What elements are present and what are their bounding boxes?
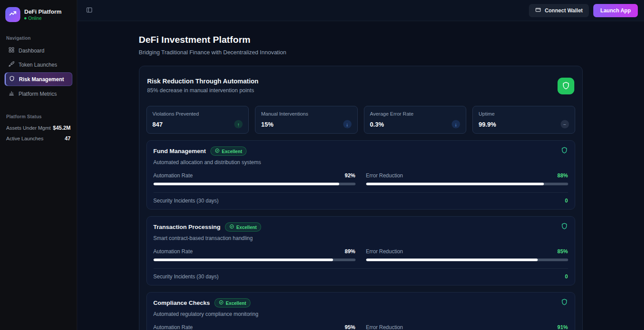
sidebar-item-platform-metrics[interactable]: Platform Metrics xyxy=(4,87,72,100)
main-content: DeFi Investment Platform Bridging Tradit… xyxy=(77,21,644,330)
stat-uptime: Uptime 99.9% − xyxy=(472,106,575,134)
page-title: DeFi Investment Platform xyxy=(139,34,583,45)
page-subtitle: Bridging Traditional Finance with Decent… xyxy=(139,49,583,56)
stat-value: 847 xyxy=(153,121,163,128)
status-badge: Excellent xyxy=(225,222,261,232)
sidebar-item-dashboard[interactable]: Dashboard xyxy=(4,44,72,57)
error-reduction-label: Error Reduction xyxy=(366,172,403,179)
automation-rate-value: 95% xyxy=(344,324,355,330)
nav-section-label: Navigation xyxy=(6,35,71,41)
stat-manual-interventions: Manual Interventions 15% ↓ xyxy=(255,106,358,134)
subsystem-card-fund-management: Fund Management Excellent Automated allo… xyxy=(146,140,575,210)
brand: DeFi Platform Online xyxy=(4,5,72,29)
shield-icon xyxy=(9,75,15,83)
bar-chart-icon xyxy=(8,90,15,98)
arrow-up-icon: ↑ xyxy=(234,120,243,128)
active-launches-value: 47 xyxy=(65,135,71,142)
sidebar: DeFi Platform Online Navigation Dashboar… xyxy=(0,0,77,330)
right-column: Connect Wallet Launch App DeFi Investmen… xyxy=(77,0,644,330)
risk-shield-button[interactable] xyxy=(558,78,574,94)
automation-rate-value: 92% xyxy=(344,172,355,179)
app-root: DeFi Platform Online Navigation Dashboar… xyxy=(0,0,644,330)
incidents-value: 0 xyxy=(565,198,568,204)
dashboard-grid-icon xyxy=(8,47,15,54)
online-dot-icon xyxy=(24,17,26,19)
stat-value: 0.3% xyxy=(370,121,384,128)
sidebar-item-token-launches[interactable]: Token Launches xyxy=(4,58,72,71)
error-reduction-value: 88% xyxy=(557,172,568,179)
launch-app-button[interactable]: Launch App xyxy=(593,4,638,17)
automation-rate-label: Automation Rate xyxy=(154,324,193,330)
shield-icon xyxy=(561,222,568,232)
check-circle-icon xyxy=(229,224,234,230)
error-reduction-value: 91% xyxy=(557,324,568,330)
sidebar-item-risk-management[interactable]: Risk Management xyxy=(4,72,72,86)
automation-rate-label: Automation Rate xyxy=(154,248,193,255)
connect-wallet-button[interactable]: Connect Wallet xyxy=(529,4,589,17)
subsystem-title: Compliance Checks xyxy=(154,300,210,306)
shield-icon xyxy=(561,298,568,308)
stats-grid: Violations Prevented 847 ↑ Manual Interv… xyxy=(146,106,575,134)
status-badge: Excellent xyxy=(210,146,247,156)
shield-icon xyxy=(562,81,570,91)
security-incidents-row: Security Incidents (30 days) 0 xyxy=(154,268,568,280)
error-reduction-bar xyxy=(366,183,568,185)
assets-under-mgmt-value: $45.2M xyxy=(53,125,71,131)
subsystem-description: Smart contract-based transaction handlin… xyxy=(154,235,568,241)
sidebar-toggle-button[interactable] xyxy=(83,5,95,16)
check-circle-icon xyxy=(215,148,220,154)
automation-rate-value: 89% xyxy=(344,248,355,255)
error-reduction-value: 85% xyxy=(557,248,568,255)
status-section-label: Platform Status xyxy=(6,114,71,119)
stat-violations-prevented: Violations Prevented 847 ↑ xyxy=(146,106,249,134)
automation-rate-bar xyxy=(154,183,356,185)
arrow-down-icon: ↓ xyxy=(452,120,460,128)
brand-name: DeFi Platform xyxy=(24,8,62,15)
subsystem-card-compliance-checks: Compliance Checks Excellent Automated re… xyxy=(146,292,575,330)
security-incidents-row: Security Incidents (30 days) 0 xyxy=(154,192,568,204)
risk-reduction-card: Risk Reduction Through Automation 85% de… xyxy=(139,66,583,330)
active-launches-row: Active Launches 47 xyxy=(4,133,72,144)
online-status: Online xyxy=(24,15,62,21)
rocket-icon xyxy=(8,61,15,68)
error-reduction-label: Error Reduction xyxy=(366,248,403,255)
subsystem-card-transaction-processing: Transaction Processing Excellent Smart c… xyxy=(146,216,575,285)
error-reduction-label: Error Reduction xyxy=(366,324,403,330)
subsystem-description: Automated regulatory compliance monitori… xyxy=(154,311,568,317)
subsystem-title: Fund Management xyxy=(154,148,206,154)
automation-rate-label: Automation Rate xyxy=(154,172,193,179)
topbar: Connect Wallet Launch App xyxy=(77,0,644,21)
error-reduction-bar xyxy=(366,259,568,261)
risk-card-subtitle: 85% decrease in manual intervention poin… xyxy=(147,87,258,94)
shield-icon xyxy=(561,146,568,156)
assets-under-mgmt-row: Assets Under Mgmt $45.2M xyxy=(4,123,72,133)
subsystem-description: Automated allocation and distribution sy… xyxy=(154,159,568,165)
status-badge: Excellent xyxy=(214,298,251,308)
stat-value: 99.9% xyxy=(479,121,496,128)
trending-up-icon xyxy=(9,10,17,19)
automation-rate-bar xyxy=(154,259,356,261)
arrow-down-icon: ↓ xyxy=(343,120,352,128)
panel-left-icon xyxy=(86,7,93,15)
check-circle-icon xyxy=(219,300,224,306)
risk-card-title: Risk Reduction Through Automation xyxy=(147,78,258,85)
stat-average-error-rate: Average Error Rate 0.3% ↓ xyxy=(364,106,467,134)
minus-icon: − xyxy=(561,120,569,128)
subsystem-title: Transaction Processing xyxy=(154,224,221,230)
brand-logo xyxy=(5,7,20,22)
wallet-icon xyxy=(535,7,541,14)
incidents-value: 0 xyxy=(565,274,568,280)
stat-value: 15% xyxy=(261,121,273,128)
